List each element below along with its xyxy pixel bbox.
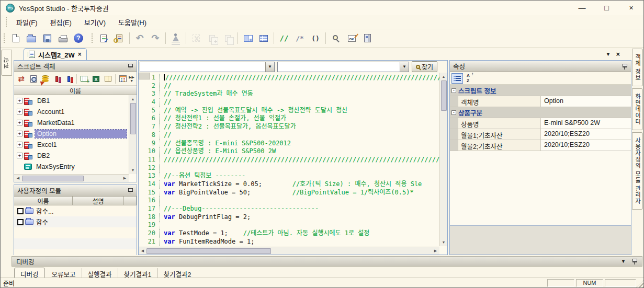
code-line-7[interactable]: 7// 청산전략2 : 선물목표달가, 옵션목표도달가 — [139, 123, 439, 131]
right-edge-tab-1[interactable]: 화면데이터 — [632, 88, 643, 130]
code-line-15[interactable]: 15var BigPointValue = 50; //BigPointValu… — [139, 189, 439, 197]
property-row[interactable]: 월물2;기초자산2020/10;ESZ20 — [450, 140, 631, 151]
close-button[interactable]: × — [619, 1, 643, 15]
tree-item-Option[interactable]: +Option — [14, 128, 129, 139]
code-line-1[interactable]: 1///////////////////////////////////////… — [139, 74, 439, 82]
expand-icon[interactable]: + — [17, 131, 22, 136]
resize-grip[interactable] — [636, 280, 643, 287]
tree-item-MaxSysEntry[interactable]: MaxSysEntry — [14, 161, 129, 172]
scroll-down-icon[interactable]: ▼ — [440, 238, 448, 246]
toolbar-overflow-icon[interactable]: ▶▶▼ — [129, 75, 135, 83]
property-row[interactable]: 상품명E-mini S&P500 2W — [450, 118, 631, 129]
property-row[interactable]: 월물1;기초자산2020/10;ESZ20 — [450, 129, 631, 140]
property-category[interactable]: -스크립트 정보 — [450, 85, 631, 96]
tree-column-header[interactable]: 이름 — [14, 86, 137, 95]
table-add-button[interactable] — [78, 73, 90, 85]
maximize-button[interactable]: □ — [594, 1, 619, 15]
code-line-10[interactable]: 10// 옵션상품명 : E-Mini S&P500 2W — [139, 147, 439, 156]
code-line-4[interactable]: 4// — [139, 98, 439, 107]
property-value[interactable]: E-mini S&P500 2W — [541, 118, 631, 129]
chart-red-button[interactable] — [51, 73, 63, 85]
scroll-left-icon[interactable]: ◀ — [14, 175, 22, 182]
publish-button[interactable] — [168, 31, 183, 45]
module-row[interactable]: 함수... — [14, 205, 137, 216]
expand-icon[interactable]: + — [17, 109, 22, 114]
event-combo[interactable]: ▼ — [277, 62, 409, 72]
tabstrip-close-icon[interactable]: × — [616, 50, 620, 58]
coins-button[interactable] — [39, 73, 51, 85]
print-button[interactable] — [55, 31, 70, 45]
tree-item-DB2[interactable]: +DB2 — [14, 150, 129, 161]
code-line-9[interactable]: 9// 선물종목명 : E-mini S&P500-202012 — [139, 140, 439, 148]
code-line-11[interactable]: 11//////////////////////////////////////… — [139, 156, 439, 164]
code-line-12[interactable]: 12 — [139, 164, 439, 172]
excel-button[interactable] — [90, 73, 102, 85]
code-line-16[interactable]: 16 — [139, 197, 439, 205]
code-line-13[interactable]: 13//--옵션 틱정보 -------- — [139, 172, 439, 180]
line-comment-button[interactable] — [277, 31, 291, 45]
checkbox[interactable] — [17, 208, 24, 214]
tree-horizontal-scrollbar[interactable]: ◀ ▶ — [14, 174, 129, 182]
column-desc[interactable]: 설명 — [73, 197, 124, 205]
help-button[interactable] — [71, 31, 86, 45]
tree-item-Account1[interactable]: +Account1 — [14, 106, 129, 117]
property-row[interactable]: 객체명Option — [450, 96, 631, 107]
tab-close-icon[interactable]: × — [78, 51, 82, 58]
tree-vertical-scrollbar[interactable]: ▲ ▼ — [129, 95, 137, 174]
find-button[interactable]: 찾기 — [412, 61, 437, 72]
menu-item-0[interactable]: 파일(F) — [10, 16, 44, 29]
scroll-thumb[interactable] — [146, 248, 271, 254]
scroll-left-icon[interactable]: ◀ — [139, 247, 146, 255]
find-replace-button[interactable] — [344, 31, 359, 45]
minimize-button[interactable]: — — [570, 1, 594, 15]
object-browser-button[interactable] — [360, 31, 375, 45]
scroll-up-icon[interactable]: ▲ — [129, 95, 137, 103]
module-row[interactable]: 함수 — [14, 216, 137, 227]
scroll-thumb[interactable] — [22, 176, 84, 181]
cut-button[interactable] — [189, 31, 204, 45]
pin-icon[interactable] — [128, 63, 133, 70]
tree-item-Excel1[interactable]: +Excel1 — [14, 139, 129, 150]
code-line-14[interactable]: 14var MarketTickSize = 0.05; //호가(틱 Size… — [139, 180, 439, 189]
column-name[interactable]: 이름 — [14, 197, 73, 205]
tree-item-DB1[interactable]: +DB1 — [14, 95, 129, 106]
object-combo[interactable]: ▼ — [140, 62, 275, 72]
pin-icon[interactable] — [632, 258, 638, 264]
scroll-right-icon[interactable]: ▶ — [432, 247, 439, 255]
code-line-20[interactable]: 20var TestMode = 1; //테스트가 아님. 자동 실행시에도 … — [139, 229, 439, 238]
code-line-3[interactable]: 3// TradeSystem과 매수 연동 — [139, 90, 439, 98]
menu-grip[interactable] — [6, 17, 7, 27]
toolbar-grip-2[interactable] — [92, 33, 93, 43]
code-line-19[interactable]: 19 — [139, 221, 439, 229]
property-value[interactable]: 2020/10;ESZ20 — [541, 140, 631, 151]
save-button[interactable] — [40, 31, 54, 45]
expand-icon[interactable]: + — [17, 153, 22, 158]
scroll-down-icon[interactable]: ▼ — [129, 166, 137, 174]
code-line-17[interactable]: 17//---Debug----------------------------… — [139, 205, 439, 213]
expand-icon[interactable]: + — [17, 98, 22, 103]
property-value[interactable]: 2020/10;ESZ20 — [541, 129, 631, 140]
code-line-5[interactable]: 5// 예약 -> 진입 선물목표도달시 매수 -> 청산전략 도달시 청산 — [139, 107, 439, 115]
menu-item-2[interactable]: 보기(V) — [78, 16, 112, 29]
menu-item-3[interactable]: 도움말(H) — [112, 16, 153, 29]
left-edge-tab-strategy[interactable]: 전략 — [1, 50, 12, 76]
code-line-2[interactable]: 2// — [139, 82, 439, 90]
table-columns-button[interactable] — [102, 73, 114, 85]
code-line-18[interactable]: 18var DebugPrintFlag = 2; — [139, 213, 439, 222]
scroll-thumb[interactable] — [441, 80, 447, 111]
tree-item-MarketData1[interactable]: +MarketData1 — [14, 117, 129, 128]
checkbox[interactable] — [17, 219, 24, 225]
chevron-down-icon[interactable]: ▼ — [265, 62, 274, 72]
code-line-21[interactable]: 21var FunItemReadMode = 1; — [139, 238, 439, 246]
pin-icon[interactable] — [128, 188, 133, 194]
editor-vertical-scrollbar[interactable]: ▲ ▼ — [439, 73, 447, 246]
dock-dropdown-icon[interactable]: ▼ — [621, 259, 626, 264]
paste-button[interactable] — [220, 31, 235, 45]
code-area[interactable]: 1///////////////////////////////////////… — [139, 73, 439, 246]
swap-arrows-button[interactable] — [15, 73, 27, 85]
find-button[interactable] — [329, 31, 343, 45]
tab-system2-2w[interactable]: 시스템2_2W × — [24, 48, 87, 60]
property-category[interactable]: -상품구분 — [450, 107, 631, 118]
toolbar-grip-1[interactable] — [4, 33, 5, 43]
right-edge-tab-0[interactable]: 객체 정보 — [632, 49, 643, 86]
